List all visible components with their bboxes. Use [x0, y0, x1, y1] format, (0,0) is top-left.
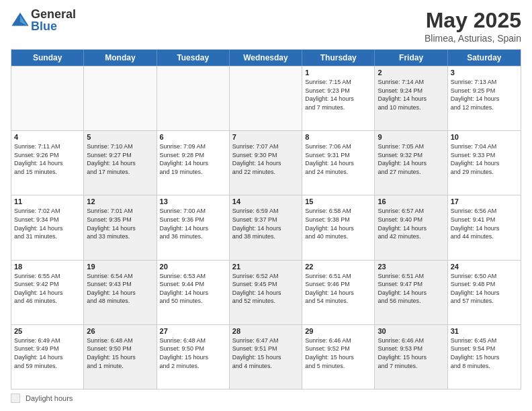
day-number: 8 [305, 133, 371, 141]
calendar-cell: 20Sunrise: 6:53 AM Sunset: 9:44 PM Dayli… [157, 261, 230, 324]
calendar-cell: 11Sunrise: 7:02 AM Sunset: 9:34 PM Dayli… [11, 195, 84, 259]
day-info: Sunrise: 6:59 AM Sunset: 9:37 PM Dayligh… [232, 207, 299, 240]
calendar-cell: 24Sunrise: 6:50 AM Sunset: 9:48 PM Dayli… [448, 261, 521, 324]
day-number: 1 [305, 68, 371, 77]
day-info: Sunrise: 6:46 AM Sunset: 9:53 PM Dayligh… [378, 336, 444, 370]
calendar-header-cell: Tuesday [157, 50, 230, 66]
calendar-cell: 8Sunrise: 7:06 AM Sunset: 9:31 PM Daylig… [302, 131, 375, 195]
day-number: 30 [378, 327, 444, 335]
day-number: 11 [14, 197, 81, 205]
day-number: 7 [232, 133, 299, 141]
calendar-header-cell: Sunday [11, 50, 84, 66]
day-number: 24 [451, 263, 518, 271]
calendar-header-cell: Friday [375, 50, 447, 66]
day-info: Sunrise: 7:01 AM Sunset: 9:35 PM Dayligh… [87, 207, 153, 240]
day-number: 19 [87, 263, 153, 271]
day-info: Sunrise: 6:51 AM Sunset: 9:47 PM Dayligh… [378, 272, 444, 306]
calendar-row: 1Sunrise: 7:15 AM Sunset: 9:23 PM Daylig… [11, 66, 521, 130]
day-number: 23 [378, 263, 444, 271]
day-number: 17 [451, 197, 518, 205]
legend: Daylight hours [11, 394, 521, 403]
calendar-body: 1Sunrise: 7:15 AM Sunset: 9:23 PM Daylig… [11, 66, 521, 389]
day-info: Sunrise: 6:50 AM Sunset: 9:48 PM Dayligh… [451, 272, 518, 306]
calendar-cell: 5Sunrise: 7:10 AM Sunset: 9:27 PM Daylig… [84, 131, 157, 195]
logo-blue: Blue [31, 20, 76, 32]
calendar-cell: 17Sunrise: 6:56 AM Sunset: 9:41 PM Dayli… [448, 195, 521, 259]
calendar-cell: 6Sunrise: 7:09 AM Sunset: 9:28 PM Daylig… [157, 131, 230, 195]
calendar-cell: 9Sunrise: 7:05 AM Sunset: 9:32 PM Daylig… [375, 131, 447, 195]
calendar-cell: 30Sunrise: 6:46 AM Sunset: 9:53 PM Dayli… [375, 325, 447, 389]
calendar-header-cell: Wednesday [230, 50, 302, 66]
day-number: 4 [14, 133, 81, 141]
day-number: 16 [378, 197, 444, 205]
day-info: Sunrise: 6:55 AM Sunset: 9:42 PM Dayligh… [14, 272, 81, 306]
calendar-cell: 18Sunrise: 6:55 AM Sunset: 9:42 PM Dayli… [11, 261, 84, 324]
day-number: 15 [305, 197, 371, 205]
calendar-header-cell: Monday [84, 50, 157, 66]
day-info: Sunrise: 6:53 AM Sunset: 9:44 PM Dayligh… [160, 272, 226, 306]
day-info: Sunrise: 7:11 AM Sunset: 9:26 PM Dayligh… [14, 142, 81, 176]
day-info: Sunrise: 7:10 AM Sunset: 9:27 PM Dayligh… [87, 142, 153, 176]
day-info: Sunrise: 7:02 AM Sunset: 9:34 PM Dayligh… [14, 207, 81, 240]
day-info: Sunrise: 6:58 AM Sunset: 9:38 PM Dayligh… [305, 207, 371, 240]
calendar-row: 18Sunrise: 6:55 AM Sunset: 9:42 PM Dayli… [11, 260, 521, 324]
calendar-cell: 16Sunrise: 6:57 AM Sunset: 9:40 PM Dayli… [375, 195, 447, 259]
day-number: 25 [14, 327, 81, 335]
calendar-cell: 26Sunrise: 6:48 AM Sunset: 9:50 PM Dayli… [84, 325, 157, 389]
day-info: Sunrise: 6:48 AM Sunset: 9:50 PM Dayligh… [87, 336, 153, 370]
calendar-cell: 7Sunrise: 7:07 AM Sunset: 9:30 PM Daylig… [230, 131, 302, 195]
title-location: Blimea, Asturias, Spain [425, 33, 521, 44]
day-info: Sunrise: 6:48 AM Sunset: 9:50 PM Dayligh… [160, 336, 226, 370]
day-info: Sunrise: 6:46 AM Sunset: 9:52 PM Dayligh… [305, 336, 371, 370]
day-number: 3 [451, 68, 518, 77]
calendar-cell [230, 66, 302, 130]
calendar-cell: 4Sunrise: 7:11 AM Sunset: 9:26 PM Daylig… [11, 131, 84, 195]
logo-icon [11, 11, 30, 30]
day-number: 12 [87, 197, 153, 205]
calendar-cell: 1Sunrise: 7:15 AM Sunset: 9:23 PM Daylig… [302, 66, 375, 130]
day-number: 14 [232, 197, 299, 205]
calendar-row: 11Sunrise: 7:02 AM Sunset: 9:34 PM Dayli… [11, 195, 521, 259]
day-info: Sunrise: 6:45 AM Sunset: 9:54 PM Dayligh… [451, 336, 518, 370]
day-info: Sunrise: 6:47 AM Sunset: 9:51 PM Dayligh… [232, 336, 299, 370]
day-number: 31 [451, 327, 518, 335]
day-number: 18 [14, 263, 81, 271]
day-info: Sunrise: 7:04 AM Sunset: 9:33 PM Dayligh… [451, 142, 518, 176]
calendar-header: SundayMondayTuesdayWednesdayThursdayFrid… [11, 50, 521, 66]
calendar-cell [11, 66, 84, 130]
day-number: 22 [305, 263, 371, 271]
day-number: 13 [160, 197, 226, 205]
day-number: 28 [232, 327, 299, 335]
logo: General Blue [11, 8, 76, 32]
day-info: Sunrise: 7:15 AM Sunset: 9:23 PM Dayligh… [305, 78, 371, 111]
calendar-cell: 3Sunrise: 7:13 AM Sunset: 9:25 PM Daylig… [448, 66, 521, 130]
calendar-cell: 21Sunrise: 6:52 AM Sunset: 9:45 PM Dayli… [230, 261, 302, 324]
header: General Blue May 2025 Blimea, Asturias, … [11, 8, 521, 44]
day-info: Sunrise: 6:54 AM Sunset: 9:43 PM Dayligh… [87, 272, 153, 306]
calendar-cell: 25Sunrise: 6:49 AM Sunset: 9:49 PM Dayli… [11, 325, 84, 389]
calendar-row: 25Sunrise: 6:49 AM Sunset: 9:49 PM Dayli… [11, 324, 521, 389]
day-number: 6 [160, 133, 226, 141]
day-info: Sunrise: 7:00 AM Sunset: 9:36 PM Dayligh… [160, 207, 226, 240]
calendar-cell: 22Sunrise: 6:51 AM Sunset: 9:46 PM Dayli… [302, 261, 375, 324]
calendar-cell [84, 66, 157, 130]
title-month: May 2025 [425, 8, 521, 33]
day-number: 21 [232, 263, 299, 271]
calendar: SundayMondayTuesdayWednesdayThursdayFrid… [11, 49, 521, 390]
logo-text: General Blue [31, 8, 76, 32]
day-number: 9 [378, 133, 444, 141]
page: General Blue May 2025 Blimea, Asturias, … [0, 0, 532, 411]
day-info: Sunrise: 6:52 AM Sunset: 9:45 PM Dayligh… [232, 272, 299, 306]
calendar-cell [157, 66, 230, 130]
calendar-header-cell: Saturday [448, 50, 521, 66]
day-number: 27 [160, 327, 226, 335]
day-info: Sunrise: 7:05 AM Sunset: 9:32 PM Dayligh… [378, 142, 444, 176]
calendar-cell: 28Sunrise: 6:47 AM Sunset: 9:51 PM Dayli… [230, 325, 302, 389]
day-info: Sunrise: 7:07 AM Sunset: 9:30 PM Dayligh… [232, 142, 299, 176]
day-info: Sunrise: 7:09 AM Sunset: 9:28 PM Dayligh… [160, 142, 226, 176]
day-info: Sunrise: 7:14 AM Sunset: 9:24 PM Dayligh… [378, 78, 444, 111]
calendar-cell: 13Sunrise: 7:00 AM Sunset: 9:36 PM Dayli… [157, 195, 230, 259]
legend-box [11, 394, 20, 403]
calendar-cell: 29Sunrise: 6:46 AM Sunset: 9:52 PM Dayli… [302, 325, 375, 389]
day-info: Sunrise: 7:13 AM Sunset: 9:25 PM Dayligh… [451, 78, 518, 111]
